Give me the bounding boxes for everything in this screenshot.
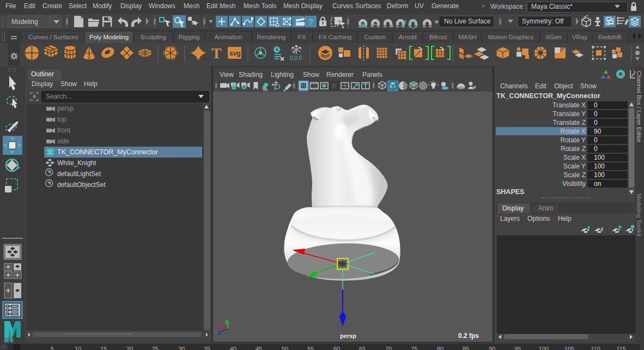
svg-text:0: 0 <box>594 110 598 118</box>
svg-text:65: 65 <box>359 346 366 350</box>
svg-text:persp: persp <box>340 333 356 339</box>
svg-text:15: 15 <box>100 346 107 350</box>
svg-text:35: 35 <box>204 346 210 350</box>
svg-text:Scale Y: Scale Y <box>563 162 586 170</box>
svg-text:100: 100 <box>539 346 549 350</box>
svg-text:80: 80 <box>437 346 443 350</box>
svg-text:0: 0 <box>594 145 598 153</box>
svg-text:on: on <box>594 180 601 188</box>
svg-text:Visibility: Visibility <box>562 180 586 188</box>
svg-text:100: 100 <box>594 171 605 179</box>
svg-text:50: 50 <box>282 346 288 350</box>
svg-text:TK_CONNECTOR_MyConnector: TK_CONNECTOR_MyConnector <box>57 148 158 156</box>
svg-text:20: 20 <box>126 346 133 350</box>
svg-text:75: 75 <box>411 346 417 350</box>
svg-text:Rotate Y: Rotate Y <box>561 136 586 144</box>
svg-text:z: z <box>218 329 221 336</box>
svg-text:T: T <box>211 45 222 62</box>
svg-text:100: 100 <box>594 162 605 170</box>
svg-text:45: 45 <box>256 346 262 350</box>
svg-text:Modeling: Modeling <box>11 18 38 26</box>
svg-text:0,0,0: 0,0,0 <box>290 55 302 61</box>
svg-text:Scale Z: Scale Z <box>563 171 586 179</box>
svg-text:y: y <box>225 318 229 324</box>
svg-text:30: 30 <box>178 346 185 350</box>
svg-text:40: 40 <box>230 346 236 350</box>
svg-text:10: 10 <box>75 346 81 350</box>
svg-text:85: 85 <box>463 346 469 350</box>
svg-text:Translate Y: Translate Y <box>552 110 586 118</box>
svg-text:Rotate Z: Rotate Z <box>561 145 586 153</box>
svg-text:front: front <box>57 126 71 134</box>
svg-text:persp: persp <box>57 105 74 112</box>
svg-text:70: 70 <box>385 346 392 350</box>
svg-text:Scale X: Scale X <box>563 154 586 161</box>
svg-text:top: top <box>57 116 66 123</box>
svg-text:x: x <box>218 321 222 328</box>
svg-text:defaultLightSet: defaultLightSet <box>57 170 101 178</box>
svg-text:55: 55 <box>307 346 314 350</box>
svg-text:115: 115 <box>616 346 626 350</box>
svg-text:0: 0 <box>594 136 598 144</box>
svg-text:?: ? <box>308 17 313 26</box>
svg-text:Rotate X: Rotate X <box>560 128 586 135</box>
svg-text:side: side <box>57 137 69 145</box>
svg-text:5: 5 <box>51 346 54 350</box>
svg-text:25: 25 <box>152 346 159 350</box>
svg-text:90: 90 <box>594 128 602 135</box>
svg-text:Translate Z: Translate Z <box>553 119 586 126</box>
svg-text:110: 110 <box>591 346 600 350</box>
svg-text:defaultObjectSet: defaultObjectSet <box>57 181 106 189</box>
svg-text:60: 60 <box>333 346 340 350</box>
svg-text:svg: svg <box>229 50 241 57</box>
svg-text:90: 90 <box>489 346 495 350</box>
svg-text:95: 95 <box>514 346 521 350</box>
svg-text:White_Knight: White_Knight <box>57 159 96 167</box>
svg-text:Translate X: Translate X <box>552 101 586 109</box>
svg-text:0: 0 <box>594 119 598 126</box>
svg-text:100: 100 <box>594 154 605 161</box>
svg-text:105: 105 <box>564 346 574 350</box>
svg-text:0.2 fps: 0.2 fps <box>458 332 479 340</box>
svg-text:0: 0 <box>594 101 598 109</box>
